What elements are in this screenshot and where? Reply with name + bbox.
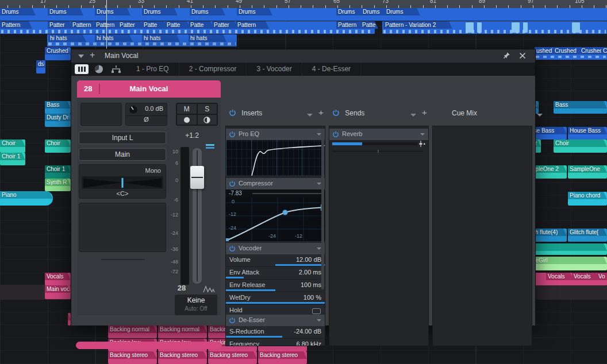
clip[interactable]: Vocals bbox=[45, 273, 71, 285]
clip[interactable]: Main voc bbox=[45, 285, 71, 299]
clip[interactable]: Backing stereo bbox=[258, 351, 307, 364]
clip[interactable]: Backing normal bbox=[108, 326, 157, 338]
insert-param-row[interactable]: S-Reduction-24.00 dB bbox=[226, 326, 325, 339]
clip[interactable]: Backing normal bbox=[158, 326, 207, 338]
clip-label-chip[interactable]: Drums bbox=[95, 8, 130, 16]
clip[interactable]: Backing stereo bbox=[158, 351, 207, 364]
clip-label-chip[interactable]: Patter bbox=[212, 21, 238, 29]
dropdown-icon[interactable] bbox=[317, 183, 321, 185]
dropdown-icon[interactable] bbox=[317, 319, 321, 322]
gain-control[interactable]: 0.0 dB bbox=[126, 103, 167, 116]
send-pan-strip[interactable] bbox=[332, 150, 423, 152]
clip-label-chip[interactable]: Patter bbox=[118, 21, 144, 29]
pan-widget[interactable] bbox=[82, 175, 163, 189]
pan-mode-label[interactable]: Mono bbox=[145, 167, 161, 174]
insert-slot-vocoder[interactable]: Vocoder bbox=[226, 243, 325, 255]
sends-dropdown-icon[interactable] bbox=[410, 114, 416, 117]
clip-label-chip[interactable]: Vocals bbox=[546, 273, 574, 280]
clip-label-chip[interactable]: hi hats bbox=[48, 34, 86, 42]
compressor-curve-display[interactable]: 0 -12 -24 -24 -12 bbox=[226, 198, 325, 241]
input-select-button[interactable]: Input L bbox=[79, 131, 166, 144]
send-level-slider[interactable] bbox=[332, 142, 417, 145]
dropdown-icon[interactable] bbox=[317, 247, 321, 250]
insert-param-row[interactable]: Env Attack2.00 ms bbox=[226, 267, 325, 280]
cue-dropdown-icon[interactable] bbox=[537, 114, 543, 117]
clip-label-chip[interactable]: Drums bbox=[190, 8, 225, 16]
clip[interactable]: meGirl bbox=[529, 257, 607, 270]
power-icon[interactable] bbox=[229, 245, 236, 252]
clip-label-chip[interactable]: Drums bbox=[237, 8, 272, 16]
inserts-scrollbar[interactable] bbox=[321, 129, 324, 289]
clip-label-chip[interactable]: ushed bbox=[535, 47, 555, 55]
sends-add-icon[interactable]: + bbox=[422, 107, 427, 117]
clip-label-chip[interactable]: Drums bbox=[361, 8, 387, 16]
clip-label-chip[interactable]: Pattern bbox=[236, 21, 269, 29]
insert-slot-compressor[interactable]: Compressor bbox=[226, 178, 325, 190]
clip-label-chip[interactable]: Pattern bbox=[336, 21, 363, 29]
fader-handle[interactable] bbox=[190, 166, 204, 189]
editor-tab[interactable]: 2 - Compressor bbox=[179, 63, 247, 76]
channel-color-bar[interactable] bbox=[76, 342, 222, 349]
pin-icon[interactable] bbox=[502, 51, 511, 60]
routing-view-button[interactable] bbox=[109, 64, 123, 74]
power-icon[interactable] bbox=[229, 317, 236, 324]
clip[interactable]: Choir 1 bbox=[45, 165, 71, 179]
expand-caret-icon[interactable] bbox=[78, 55, 84, 58]
inserts-add-icon[interactable]: + bbox=[318, 107, 324, 117]
param-checkbox[interactable] bbox=[312, 308, 321, 314]
clip-label-chip[interactable]: Drums bbox=[0, 8, 36, 16]
clip-label-chip[interactable]: Patte bbox=[165, 21, 190, 29]
clip-label-chip[interactable]: Crushed bbox=[553, 47, 582, 55]
insert-slot-pro-eq[interactable]: Pro EQ bbox=[226, 129, 325, 141]
clip[interactable]: Dusty Dr bbox=[45, 114, 71, 127]
clip[interactable]: Bass bbox=[554, 101, 607, 114]
editor-tab[interactable]: 4 - De-Esser bbox=[302, 63, 361, 76]
timeline-ruler[interactable]: 1725334149576573818997105 bbox=[0, 0, 607, 8]
add-icon[interactable]: + bbox=[90, 50, 95, 60]
dropdown-icon[interactable] bbox=[420, 133, 425, 135]
clip[interactable]: Bass bbox=[45, 101, 71, 114]
power-icon[interactable] bbox=[332, 131, 339, 138]
insert-param-row[interactable]: Frequency6.80 kHz bbox=[226, 339, 325, 346]
close-icon[interactable] bbox=[518, 51, 527, 60]
power-icon[interactable] bbox=[229, 131, 236, 138]
clip[interactable]: Synth R bbox=[45, 179, 71, 191]
clip[interactable]: Choir bbox=[554, 140, 607, 153]
clip-label-chip[interactable]: Patte bbox=[142, 21, 167, 29]
solo-button[interactable]: S bbox=[197, 103, 218, 114]
clip[interactable]: Piano bbox=[0, 191, 53, 206]
inserts-power-icon[interactable] bbox=[229, 109, 236, 117]
sends-power-icon[interactable] bbox=[332, 109, 340, 117]
clip-region[interactable] bbox=[0, 8, 607, 21]
fader-value[interactable]: +1.2 bbox=[172, 131, 212, 140]
clip-label-chip[interactable]: Drums bbox=[385, 8, 420, 16]
automation-box[interactable]: Keine Auto: Off bbox=[175, 295, 217, 315]
clip[interactable]: Backing stereo bbox=[108, 351, 157, 364]
clip-label-chip[interactable]: Drums bbox=[48, 8, 83, 16]
eq-curve-display[interactable] bbox=[226, 140, 325, 176]
clip-label-chip[interactable]: Pattern - Variation 2 bbox=[383, 21, 452, 29]
clip[interactable] bbox=[535, 243, 607, 255]
window-titlebar[interactable]: + Main Vocal bbox=[71, 49, 535, 63]
clip[interactable]: Backing stereo bbox=[208, 351, 257, 364]
output-select-button[interactable]: Main bbox=[79, 148, 166, 161]
clip-label-chip[interactable]: hi hats bbox=[189, 34, 226, 42]
insert-param-row[interactable]: Env Release100 ms bbox=[226, 280, 325, 292]
power-icon[interactable] bbox=[229, 180, 236, 187]
clip[interactable]: ds bbox=[36, 60, 45, 73]
send-fader-icon[interactable] bbox=[418, 140, 425, 148]
fader-options-icon[interactable] bbox=[206, 144, 214, 150]
clip[interactable]: SampleOne bbox=[568, 165, 607, 179]
dropdown-icon[interactable] bbox=[317, 133, 321, 135]
clip-label-chip[interactable]: Vocals bbox=[572, 273, 600, 280]
channel-header[interactable]: 28 Main Vocal bbox=[77, 80, 221, 98]
clip[interactable]: Choir bbox=[0, 140, 25, 153]
clip[interactable]: Choir 1 bbox=[0, 153, 25, 165]
clip[interactable]: Crushed bbox=[45, 47, 71, 60]
mute-button[interactable]: M bbox=[176, 103, 197, 114]
clip-label-chip[interactable]: Pattern bbox=[71, 21, 97, 29]
clip[interactable]: Piano chord bbox=[568, 192, 607, 206]
strip-view-button[interactable] bbox=[75, 64, 89, 74]
playhead[interactable] bbox=[106, 0, 107, 49]
clip-label-chip[interactable]: Vo bbox=[597, 273, 607, 280]
